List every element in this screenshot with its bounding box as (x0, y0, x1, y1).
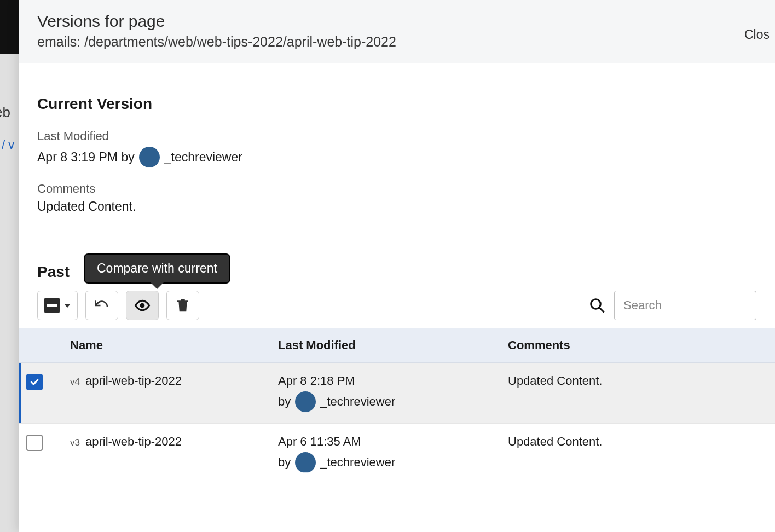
modal-header: Versions for page emails: /departments/w… (19, 0, 775, 63)
trash-icon (175, 297, 191, 314)
modal-title: Versions for page (37, 12, 756, 31)
avatar: _ (295, 391, 316, 412)
past-versions-section: Compare with current Past (19, 263, 775, 484)
close-button[interactable]: Clos (744, 27, 770, 42)
version-modified-date: Apr 8 2:18 PM (278, 374, 493, 388)
comments-label: Comments (37, 182, 756, 196)
version-tag: v3 (70, 437, 80, 448)
versions-table: Name Last Modified Comments (19, 328, 775, 484)
version-user[interactable]: _techreviewer (320, 395, 395, 409)
column-header-name[interactable]: Name (62, 328, 270, 363)
last-modified-label: Last Modified (37, 129, 756, 143)
row-checkbox[interactable] (26, 374, 43, 390)
column-header-checkbox (19, 328, 62, 363)
table-row[interactable]: v4 april-web-tip-2022 Apr 8 2:18 PM by _ (19, 363, 775, 424)
version-modified-date: Apr 6 11:35 AM (278, 435, 493, 449)
last-modified-value: Apr 8 3:19 PM by _ _techreviewer (37, 147, 756, 167)
delete-button[interactable] (166, 291, 199, 320)
last-modified-timestamp: Apr 8 3:19 PM by (37, 150, 135, 165)
modal-subtitle: emails: /departments/web/web-tips-2022/a… (37, 34, 756, 50)
search-icon (589, 297, 605, 314)
modal-body: Current Version Last Modified Apr 8 3:19… (19, 63, 775, 532)
table-row[interactable]: v3 april-web-tip-2022 Apr 6 11:35 AM by … (19, 424, 775, 484)
svg-point-0 (140, 303, 145, 308)
undo-icon (94, 297, 110, 314)
version-name[interactable]: april-web-tip-2022 (85, 435, 182, 449)
current-version-section: Current Version Last Modified Apr 8 3:19… (19, 95, 775, 214)
by-prefix: by (278, 455, 291, 470)
version-name[interactable]: april-web-tip-2022 (85, 374, 182, 388)
svg-line-2 (599, 308, 604, 313)
version-tag: v4 (70, 377, 80, 388)
last-modified-user[interactable]: _techreviewer (164, 150, 242, 165)
backdrop-dark-strip (0, 0, 19, 54)
versions-modal: Versions for page emails: /departments/w… (19, 0, 775, 532)
check-icon (29, 377, 40, 388)
version-comments: Updated Content. (500, 363, 775, 424)
compare-button[interactable] (126, 291, 159, 320)
current-version-heading: Current Version (37, 95, 756, 113)
version-comments: Updated Content. (500, 424, 775, 484)
compare-tooltip: Compare with current (84, 253, 230, 284)
table-header-row: Name Last Modified Comments (19, 328, 775, 363)
by-prefix: by (278, 395, 291, 409)
select-all-dropdown[interactable] (37, 291, 78, 320)
backdrop-text-fragment: eb (0, 104, 10, 121)
restore-button[interactable] (85, 291, 118, 320)
search-input[interactable] (614, 291, 756, 320)
column-header-comments[interactable]: Comments (500, 328, 775, 363)
versions-toolbar (19, 291, 775, 320)
eye-icon (134, 297, 151, 314)
avatar: _ (139, 147, 160, 167)
chevron-down-icon (64, 304, 71, 308)
select-indeterminate-icon (44, 298, 60, 313)
avatar: _ (295, 452, 316, 473)
svg-point-1 (591, 299, 601, 309)
backdrop-breadcrumb-fragment: / v (2, 138, 14, 152)
search-area (589, 291, 756, 320)
column-header-modified[interactable]: Last Modified (270, 328, 500, 363)
row-checkbox[interactable] (26, 435, 43, 451)
comments-value: Updated Content. (37, 199, 756, 214)
version-user[interactable]: _techreviewer (320, 455, 395, 470)
